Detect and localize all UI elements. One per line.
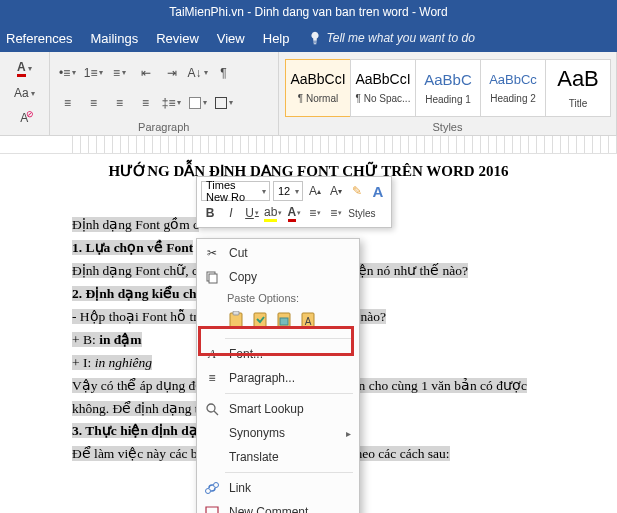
paragraph-icon: ≡ — [203, 371, 221, 385]
text: 3. Thực hiện định dạ — [72, 423, 198, 438]
comment-icon — [203, 506, 221, 514]
multilevel-list-button[interactable]: ≡ — [108, 61, 132, 85]
cut-icon: ✂ — [203, 246, 221, 260]
ctx-synonyms[interactable]: Synonyms — [197, 421, 359, 445]
paste-text-only[interactable]: A — [297, 309, 319, 331]
paste-keep-source[interactable] — [225, 309, 247, 331]
svg-point-9 — [207, 404, 215, 412]
justify-button[interactable]: ≡ — [134, 91, 158, 115]
copy-icon — [203, 270, 221, 284]
ribbon-tabs: References Mailings Review View Help Tel… — [0, 24, 617, 52]
tab-view[interactable]: View — [217, 31, 245, 46]
text: 1. Lựa chọn về Font — [72, 240, 193, 255]
svg-text:A: A — [305, 316, 312, 327]
mini-styles-label[interactable]: Styles — [348, 204, 375, 222]
mini-font-select[interactable]: Times New Ro — [201, 181, 270, 201]
ribbon: A Aa A⊘ •≡ 1≡ ≡ ⇤ ⇥ A↓ ¶ ≡ ≡ ≡ ≡ ‡≡ Para… — [0, 52, 617, 136]
show-marks-button[interactable]: ¶ — [212, 61, 236, 85]
horizontal-ruler[interactable] — [0, 136, 617, 154]
ctx-paste-header: Paste Options: — [197, 289, 359, 307]
clear-formatting-button[interactable]: A⊘ — [12, 106, 36, 130]
shading-button[interactable] — [186, 91, 210, 115]
tab-mailings[interactable]: Mailings — [90, 31, 138, 46]
mini-underline-button[interactable]: U — [243, 204, 261, 222]
borders-button[interactable] — [212, 91, 236, 115]
tell-me-search[interactable]: Tell me what you want to do — [308, 31, 475, 45]
ctx-new-comment[interactable]: New Comment — [197, 500, 359, 513]
decrease-indent-button[interactable]: ⇤ — [134, 61, 158, 85]
line-spacing-button[interactable]: ‡≡ — [160, 91, 184, 115]
text: 2. Định dạng kiểu ch — [72, 286, 196, 301]
svg-rect-6 — [280, 318, 288, 325]
increase-indent-button[interactable]: ⇥ — [160, 61, 184, 85]
mini-styles-button[interactable]: A — [369, 182, 387, 200]
mini-numbering-button[interactable]: ≡ — [327, 204, 345, 222]
font-color-split[interactable]: A — [12, 56, 36, 80]
text: - Hộp thoại Font hỗ tr — [72, 309, 198, 324]
text: Để làm việc này các b — [72, 446, 198, 461]
tab-help[interactable]: Help — [263, 31, 290, 46]
paste-merge[interactable] — [249, 309, 271, 331]
align-center-button[interactable]: ≡ — [82, 91, 106, 115]
style-title[interactable]: AaBTitle — [545, 59, 611, 117]
style-heading1[interactable]: AaBbCHeading 1 — [415, 59, 481, 117]
ctx-smart-lookup[interactable]: Smart Lookup — [197, 397, 359, 421]
styles-gallery[interactable]: AaBbCcI¶ Normal AaBbCcI¶ No Spac... AaBb… — [285, 59, 610, 117]
bullets-button[interactable]: •≡ — [56, 61, 80, 85]
tab-review[interactable]: Review — [156, 31, 199, 46]
sort-button[interactable]: A↓ — [186, 61, 210, 85]
lightbulb-icon — [308, 31, 322, 45]
mini-size-select[interactable]: 12 — [273, 181, 303, 201]
ctx-font[interactable]: A Font... — [197, 342, 359, 366]
svg-point-12 — [206, 489, 211, 494]
align-right-button[interactable]: ≡ — [108, 91, 132, 115]
group-label-paragraph: Paragraph — [56, 119, 272, 133]
format-painter-button[interactable]: ✎ — [348, 182, 366, 200]
ctx-cut[interactable]: ✂ Cut — [197, 241, 359, 265]
paste-options: A — [197, 307, 359, 335]
grow-font-button[interactable]: A▴ — [306, 182, 324, 200]
svg-rect-1 — [209, 274, 217, 283]
svg-point-11 — [214, 483, 219, 488]
ctx-translate[interactable]: Translate — [197, 445, 359, 469]
paste-picture[interactable] — [273, 309, 295, 331]
ctx-copy[interactable]: Copy — [197, 265, 359, 289]
mini-italic-button[interactable]: I — [222, 204, 240, 222]
numbering-button[interactable]: 1≡ — [82, 61, 106, 85]
text: + I: in nghiêng — [72, 355, 152, 370]
svg-rect-3 — [233, 311, 239, 315]
mini-font-color-button[interactable]: A — [285, 204, 303, 222]
context-menu: ✂ Cut Copy Paste Options: A A Font... ≡ … — [196, 238, 360, 513]
change-case-button[interactable]: Aa — [12, 81, 36, 105]
search-icon — [203, 403, 221, 416]
align-left-button[interactable]: ≡ — [56, 91, 80, 115]
font-icon: A — [203, 347, 221, 362]
text: Định dạng Font gồm c — [72, 217, 199, 232]
ctx-paragraph[interactable]: ≡ Paragraph... — [197, 366, 359, 390]
link-icon — [203, 481, 221, 495]
ctx-link[interactable]: Link — [197, 476, 359, 500]
mini-bold-button[interactable]: B — [201, 204, 219, 222]
mini-bullets-button[interactable]: ≡ — [306, 204, 324, 222]
style-normal[interactable]: AaBbCcI¶ Normal — [285, 59, 351, 117]
window-title: TaiMienPhi.vn - Dinh dang van ban tren w… — [0, 0, 617, 24]
group-label-styles: Styles — [285, 119, 610, 133]
text: Định dạng Font chữ, c — [72, 263, 198, 278]
mini-highlight-button[interactable]: ab — [264, 204, 282, 222]
tab-references[interactable]: References — [6, 31, 72, 46]
svg-line-10 — [214, 411, 218, 415]
text: + B: in đậm — [72, 332, 142, 347]
style-heading2[interactable]: AaBbCcHeading 2 — [480, 59, 546, 117]
shrink-font-button[interactable]: A▾ — [327, 182, 345, 200]
text: Vậy có thể áp dụng đồ — [72, 378, 204, 393]
mini-toolbar: Times New Ro 12 A▴ A▾ ✎ A B I U ab A ≡ ≡… — [196, 176, 392, 228]
style-nospacing[interactable]: AaBbCcI¶ No Spac... — [350, 59, 416, 117]
